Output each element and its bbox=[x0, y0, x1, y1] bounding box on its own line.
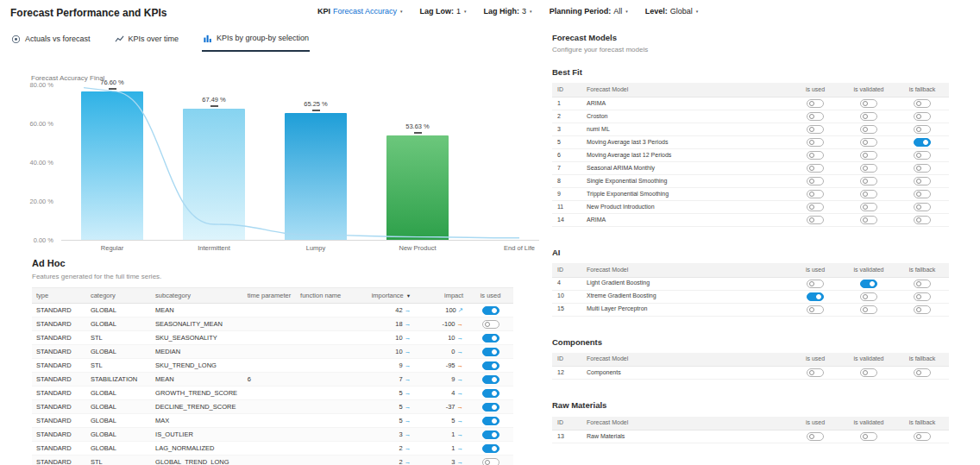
is-used-toggle[interactable] bbox=[807, 280, 824, 288]
is-validated-toggle[interactable] bbox=[860, 203, 877, 211]
model-row[interactable]: 3numi ML bbox=[552, 123, 949, 135]
is-used-toggle[interactable] bbox=[807, 112, 824, 121]
column-header-is-used[interactable]: is used bbox=[468, 288, 513, 304]
is-validated-toggle[interactable] bbox=[860, 164, 877, 173]
bar-new-product[interactable] bbox=[386, 135, 449, 240]
is-used-toggle[interactable] bbox=[482, 320, 499, 329]
table-row[interactable]: STANDARDGLOBALDECLINE_TREND_SCORE5 →-37 … bbox=[32, 400, 513, 414]
is-used-toggle[interactable] bbox=[482, 361, 499, 370]
model-row[interactable]: 14ARIMA bbox=[552, 213, 949, 226]
is-used-toggle[interactable] bbox=[482, 306, 499, 315]
table-row[interactable]: STANDARDSTLSKU_TREND_LONG9 →-95 → bbox=[32, 359, 513, 373]
bar-intermittent[interactable] bbox=[183, 109, 245, 240]
is-fallback-toggle[interactable] bbox=[914, 164, 931, 173]
column-header-function-name[interactable]: function name bbox=[296, 288, 350, 304]
is-used-toggle[interactable] bbox=[482, 430, 499, 439]
column-header-category[interactable]: category bbox=[86, 288, 151, 304]
is-used-toggle[interactable] bbox=[807, 177, 824, 185]
model-row[interactable]: 9Tripple Exponential Smoothing bbox=[552, 187, 949, 200]
table-row[interactable]: STANDARDGLOBALMAX5 →5 → bbox=[32, 414, 513, 428]
is-used-toggle[interactable] bbox=[807, 368, 824, 377]
is-fallback-toggle[interactable] bbox=[914, 125, 931, 134]
table-row[interactable]: STANDARDGLOBALIS_OUTLIER3 →1 → bbox=[32, 428, 513, 442]
is-fallback-toggle[interactable] bbox=[914, 432, 931, 441]
model-row[interactable]: 8Single Exponential Smoothing bbox=[552, 174, 949, 187]
table-row[interactable]: STANDARDSTABILIZATIONMEAN67 →9 → bbox=[32, 373, 513, 386]
is-validated-toggle[interactable] bbox=[860, 305, 877, 314]
column-header-time-parameter[interactable]: time parameter bbox=[243, 288, 296, 304]
is-validated-toggle[interactable] bbox=[860, 190, 877, 198]
model-row[interactable]: 4Light Gradient Boosting bbox=[552, 277, 949, 290]
is-used-toggle[interactable] bbox=[482, 417, 499, 425]
model-row[interactable]: 12Components bbox=[552, 367, 949, 380]
is-used-toggle[interactable] bbox=[807, 151, 824, 160]
is-used-toggle[interactable] bbox=[482, 444, 499, 453]
is-used-toggle[interactable] bbox=[807, 164, 824, 173]
is-used-toggle[interactable] bbox=[807, 305, 824, 314]
is-used-toggle[interactable] bbox=[807, 138, 824, 147]
is-validated-toggle[interactable] bbox=[860, 177, 877, 185]
is-fallback-toggle[interactable] bbox=[914, 177, 931, 185]
is-used-toggle[interactable] bbox=[807, 216, 824, 224]
is-used-toggle[interactable] bbox=[482, 334, 499, 342]
is-used-toggle[interactable] bbox=[482, 403, 499, 412]
is-fallback-toggle[interactable] bbox=[914, 216, 931, 224]
model-row[interactable]: 5Moving Average last 3 Periods bbox=[552, 135, 949, 148]
table-row[interactable]: STANDARDSTLGLOBAL_TREND_LONG2 →3 → bbox=[32, 456, 513, 465]
table-row[interactable]: STANDARDGLOBALGROWTH_TREND_SCORE5 →4 → bbox=[32, 386, 513, 400]
bar-lumpy[interactable] bbox=[285, 113, 347, 240]
is-fallback-toggle[interactable] bbox=[914, 305, 931, 314]
table-row[interactable]: STANDARDGLOBALLAG_NORMALIZED2 →1 → bbox=[32, 442, 513, 456]
is-validated-toggle[interactable] bbox=[860, 151, 877, 160]
is-fallback-toggle[interactable] bbox=[914, 292, 931, 301]
is-fallback-toggle[interactable] bbox=[914, 280, 931, 288]
is-fallback-toggle[interactable] bbox=[914, 190, 931, 198]
table-row[interactable]: STANDARDGLOBALSEASONALITY_MEAN18 →-100 → bbox=[32, 317, 513, 331]
column-header-is-fallback: is fallback bbox=[895, 263, 949, 277]
column-header-impact[interactable]: impact bbox=[415, 288, 468, 304]
is-used-toggle[interactable] bbox=[482, 375, 499, 384]
column-header-type[interactable]: type bbox=[32, 288, 86, 304]
model-row[interactable]: 6Moving Average last 12 Periods bbox=[552, 148, 949, 161]
model-row[interactable]: 2Croston bbox=[552, 110, 949, 123]
bar-regular[interactable] bbox=[81, 91, 143, 240]
is-used-toggle[interactable] bbox=[807, 190, 824, 198]
is-validated-toggle[interactable] bbox=[860, 216, 877, 224]
is-validated-toggle[interactable] bbox=[860, 368, 877, 377]
is-fallback-toggle[interactable] bbox=[914, 112, 931, 121]
column-header-subcategory[interactable]: subcategory bbox=[151, 288, 243, 304]
model-row[interactable]: 15Multi Layer Perceptron bbox=[552, 303, 949, 316]
is-fallback-toggle[interactable] bbox=[914, 368, 931, 377]
y-axis-label: 60.00 % bbox=[3, 120, 53, 128]
is-validated-toggle[interactable] bbox=[860, 138, 877, 147]
model-row[interactable]: 7Seasonal ARIMA Monthly bbox=[552, 161, 949, 174]
is-used-toggle[interactable] bbox=[807, 125, 824, 134]
table-row[interactable]: STANDARDSTLSKU_SEASONALITY10 →10 → bbox=[32, 331, 513, 345]
toggle-knob bbox=[863, 101, 868, 106]
is-validated-toggle[interactable] bbox=[860, 125, 877, 134]
is-validated-toggle[interactable] bbox=[860, 99, 877, 108]
is-used-toggle[interactable] bbox=[807, 203, 824, 211]
is-used-toggle[interactable] bbox=[807, 99, 824, 108]
is-fallback-toggle[interactable] bbox=[914, 99, 931, 108]
is-used-toggle[interactable] bbox=[482, 389, 499, 398]
is-used-toggle[interactable] bbox=[807, 292, 824, 301]
is-validated-toggle[interactable] bbox=[860, 292, 877, 301]
table-row[interactable]: STANDARDGLOBALMEAN42 →100 ↗ bbox=[32, 304, 513, 317]
is-used-toggle[interactable] bbox=[482, 458, 499, 465]
model-row[interactable]: 11New Product Introduction bbox=[552, 200, 949, 213]
is-used-toggle[interactable] bbox=[482, 348, 499, 356]
table-row[interactable]: STANDARDGLOBALMEDIAN10 →0 → bbox=[32, 345, 513, 359]
is-validated-toggle[interactable] bbox=[860, 280, 877, 288]
model-row[interactable]: 13Raw Materials bbox=[552, 430, 949, 443]
is-fallback-toggle[interactable] bbox=[914, 203, 931, 211]
filter-level[interactable]: Level:Global▾ bbox=[645, 7, 699, 16]
model-row[interactable]: 10Xtreme Gradient Boosting bbox=[552, 290, 949, 303]
is-validated-toggle[interactable] bbox=[860, 112, 877, 121]
column-header-importance[interactable]: importance▼ bbox=[350, 288, 415, 304]
model-row[interactable]: 1ARIMA bbox=[552, 97, 949, 110]
is-fallback-toggle[interactable] bbox=[914, 151, 931, 160]
is-used-toggle[interactable] bbox=[807, 432, 824, 441]
is-fallback-toggle[interactable] bbox=[914, 138, 931, 147]
is-validated-toggle[interactable] bbox=[860, 432, 877, 441]
